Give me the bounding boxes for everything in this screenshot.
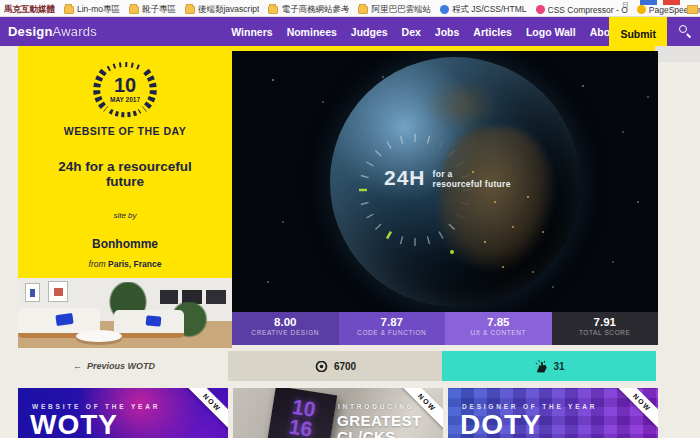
nav-menu: Winners Nominees Judges Dex Jobs Article… [231, 26, 620, 38]
nav-item-judges[interactable]: Judges [351, 26, 388, 38]
nav-item-articles[interactable]: Articles [473, 26, 512, 38]
site-screenshot-earth[interactable]: 24H for a resourceful future [232, 51, 658, 312]
doty-card[interactable]: DESIGNER OF THE YEAR DOTY 2016 NOW [448, 388, 658, 438]
card-title: WOTY [30, 411, 118, 438]
folder-icon[interactable] [687, 5, 698, 14]
bookmarks-bar: 馬克互動媒體 Lin-mo專區 靴子專區 後端類javascript 電子商務網… [0, 0, 700, 17]
bookmark-item[interactable]: 馬克互動媒體 [4, 4, 55, 16]
claps-counter[interactable]: 31 [442, 351, 656, 381]
nav-item-dex[interactable]: Dex [402, 26, 421, 38]
score-ux-content: 7.85 UX & CONTENT [445, 312, 552, 345]
bookmark-item[interactable]: 程式 JS/CSS/HTML [440, 4, 527, 16]
folder-icon [358, 6, 368, 14]
score-creative-design: 8.00 CREATIVE DESIGN [232, 312, 339, 345]
pillow [146, 315, 162, 327]
site-favicon [440, 5, 449, 14]
promo-cards-row: WEBSITE OF THE YEAR WOTY 2016 NOW 10 16 … [18, 388, 700, 438]
wotd-hero: 10 MAY 2017 WEBSITE OF THE DAY 24h for a… [18, 51, 658, 348]
search-icon[interactable] [679, 25, 692, 38]
page-corner-block [655, 46, 700, 62]
previous-wotd-link[interactable]: ← Previous WOTD [0, 351, 228, 381]
folder-icon [129, 6, 139, 14]
card-title: DOTY [460, 411, 542, 438]
now-ribbon: NOW [611, 388, 658, 434]
bookmark-item[interactable]: 靴子專區 [129, 4, 176, 16]
eye-icon [314, 361, 329, 372]
laurel-badge-icon: 10 MAY 2017 [84, 61, 166, 119]
browser-chrome-fragment-red [663, 0, 680, 5]
bookmark-label: 馬克互動媒體 [4, 4, 55, 16]
agency-location: from Paris, France [18, 259, 232, 269]
hours-text: 24H [384, 167, 426, 189]
bookmark-item[interactable]: 阿里巴巴雲端站 [358, 4, 431, 16]
nav-item-logo-wall[interactable]: Logo Wall [526, 26, 576, 38]
site-logo[interactable]: DesignAwards [8, 24, 97, 39]
pagespeed-icon [637, 5, 646, 14]
overlay-line2: resourceful future [433, 179, 511, 189]
left-arrow-icon: ← [73, 361, 82, 371]
wall-frame [25, 283, 40, 302]
europe-landmass [425, 77, 500, 132]
card-title: GREATEST CL/CKS [337, 413, 422, 438]
site-title[interactable]: 24h for a resourceful future [18, 159, 232, 189]
stats-row: ← Previous WOTD 6700 31 [0, 351, 700, 381]
book-cover: 10 16 [259, 388, 337, 438]
agency-name[interactable]: Bonhomme [18, 237, 232, 251]
bookmark-item[interactable]: 後端類javascript [185, 4, 259, 16]
stars [262, 71, 264, 73]
nav-item-jobs[interactable]: Jobs [435, 26, 460, 38]
bookmark-item[interactable]: 電子商務網站參考 [268, 4, 349, 16]
folder-icon [64, 6, 74, 14]
clock-dial-ticks [355, 130, 475, 250]
greatest-clicks-card[interactable]: 10 16 INTRODUCING GREATEST CL/CKS NOW [233, 388, 443, 438]
dial-green-dot [450, 250, 454, 254]
hero-overlay-text: 24H for a resourceful future [384, 167, 511, 189]
woty-card[interactable]: WEBSITE OF THE YEAR WOTY 2016 NOW [18, 388, 228, 438]
nav-item-winners[interactable]: Winners [231, 26, 272, 38]
overlay-line1: for a [433, 169, 511, 179]
agency-office-photo[interactable] [18, 278, 232, 348]
score-bar: 8.00 CREATIVE DESIGN 7.87 CODE & FUNCTIO… [232, 312, 658, 345]
coffee-table [76, 330, 122, 342]
wotd-panel: 10 MAY 2017 WEBSITE OF THE DAY 24h for a… [18, 51, 232, 278]
score-total: 7.91 TOTAL SCORE [552, 312, 659, 345]
badge-date: MAY 2017 [110, 96, 140, 103]
browser-window: 馬克互動媒體 Lin-mo專區 靴子專區 後端類javascript 電子商務網… [0, 0, 700, 438]
browser-chrome-fragment-blue [640, 0, 657, 5]
folder-icon [185, 6, 195, 14]
wall-frame [48, 281, 68, 302]
css-compressor-icon [536, 5, 545, 14]
badge-title: WEBSITE OF THE DAY [18, 125, 232, 137]
score-code-function: 7.87 CODE & FUNCTION [339, 312, 446, 345]
pillow [55, 313, 73, 326]
bookmark-item[interactable]: Lin-mo專區 [64, 4, 120, 16]
site-by-label: site by [18, 211, 232, 220]
nav-item-nominees[interactable]: Nominees [287, 26, 337, 38]
folder-icon [268, 6, 278, 14]
now-ribbon: NOW [181, 388, 228, 434]
badge-number: 10 [114, 74, 136, 96]
site-navbar: DesignAwards Winners Nominees Judges Dex… [0, 17, 700, 46]
bookmark-item[interactable]: CSS Compressor - O [536, 5, 628, 15]
views-counter[interactable]: 6700 [228, 351, 442, 381]
browser-chrome-fragment: 日 [622, 0, 634, 10]
card-eyebrow: INTRODUCING [338, 403, 415, 410]
clapping-hands-icon [533, 359, 548, 374]
